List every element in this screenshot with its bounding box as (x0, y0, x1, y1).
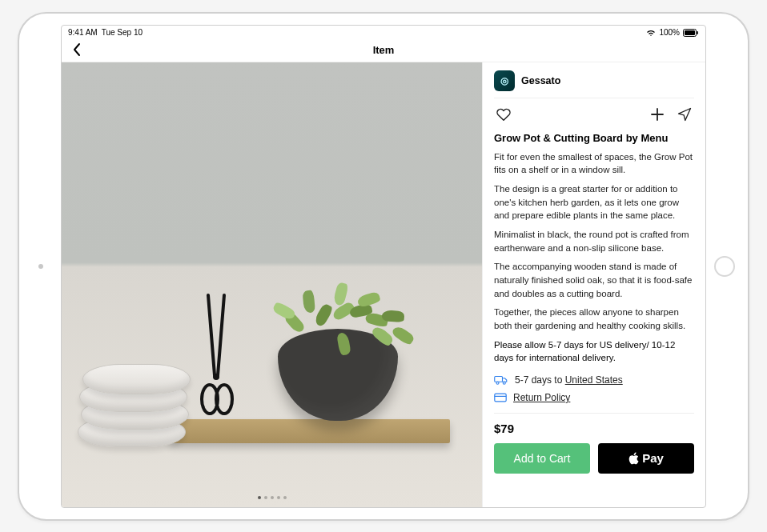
svg-point-3 (213, 374, 219, 380)
desc-paragraph: Fit for even the smallest of spaces, the… (494, 150, 694, 177)
gallery-page-dots[interactable] (258, 496, 287, 499)
shipping-destination[interactable]: United States (565, 374, 623, 386)
pot-illustration (278, 329, 398, 421)
home-button[interactable] (714, 256, 735, 277)
product-image[interactable] (62, 62, 482, 507)
page-dot[interactable] (277, 496, 280, 499)
apple-logo-icon (628, 452, 640, 465)
apple-pay-label: Pay (642, 451, 664, 465)
seller-name: Gessato (521, 75, 560, 86)
page-dot[interactable] (283, 496, 287, 499)
favorite-button[interactable] (494, 105, 513, 124)
price: $79 (494, 422, 694, 435)
add-button[interactable] (648, 105, 667, 124)
status-time: 9:41 AM (68, 28, 98, 37)
svg-point-8 (503, 382, 505, 384)
status-battery-pct: 100% (659, 28, 680, 37)
buy-row: Add to Cart Pay (494, 443, 694, 474)
add-to-cart-button[interactable]: Add to Cart (494, 443, 590, 474)
divider (494, 413, 694, 414)
shipping-row[interactable]: 5-7 days to United States (494, 374, 694, 386)
seller-row[interactable]: ◎ Gessato (494, 70, 694, 98)
nav-title: Item (373, 44, 395, 56)
return-policy-row[interactable]: Return Policy (494, 392, 694, 403)
svg-rect-9 (495, 394, 506, 402)
seller-avatar: ◎ (494, 70, 515, 91)
back-button[interactable] (68, 41, 86, 58)
bowls-illustration (70, 327, 214, 447)
desc-paragraph: Minimalist in black, the round pot is cr… (494, 228, 694, 254)
detail-pane: ◎ Gessato Grow Pot & Cutting Board by (482, 62, 705, 507)
svg-rect-6 (495, 376, 503, 382)
svg-rect-2 (697, 31, 699, 34)
svg-rect-1 (685, 30, 695, 35)
ipad-frame: 9:41 AM Tue Sep 10 100% Item (18, 12, 749, 521)
apple-pay-button[interactable]: Pay (598, 443, 694, 474)
share-button[interactable] (675, 105, 694, 124)
desc-paragraph: The accompanying wooden stand is made of… (494, 260, 694, 300)
screen: 9:41 AM Tue Sep 10 100% Item (61, 25, 706, 508)
actions-row (494, 98, 694, 130)
battery-icon (683, 29, 699, 37)
page-dot[interactable] (258, 496, 261, 499)
status-date: Tue Sep 10 (102, 28, 143, 37)
content: ◎ Gessato Grow Pot & Cutting Board by (62, 62, 705, 507)
svg-point-5 (216, 385, 232, 414)
page-dot[interactable] (271, 496, 274, 499)
shipping-prefix: 5-7 days to (515, 374, 565, 386)
return-icon (494, 392, 507, 403)
page-dot[interactable] (264, 496, 267, 499)
delivery-note: Please allow 5-7 days for US delivery/ 1… (494, 338, 694, 365)
camera-dot (38, 264, 43, 269)
return-policy-link[interactable]: Return Policy (513, 392, 570, 403)
desc-paragraph: The design is a great starter for or add… (494, 182, 694, 222)
wifi-icon (646, 29, 656, 37)
item-title: Grow Pot & Cutting Board by Menu (494, 132, 694, 144)
item-description: Fit for even the smallest of spaces, the… (494, 150, 694, 338)
truck-icon (494, 374, 508, 386)
nav-bar: Item (62, 38, 705, 62)
svg-point-7 (496, 382, 499, 384)
desc-paragraph: Together, the pieces allow anyone to sha… (494, 306, 694, 332)
status-bar: 9:41 AM Tue Sep 10 100% (62, 26, 705, 38)
